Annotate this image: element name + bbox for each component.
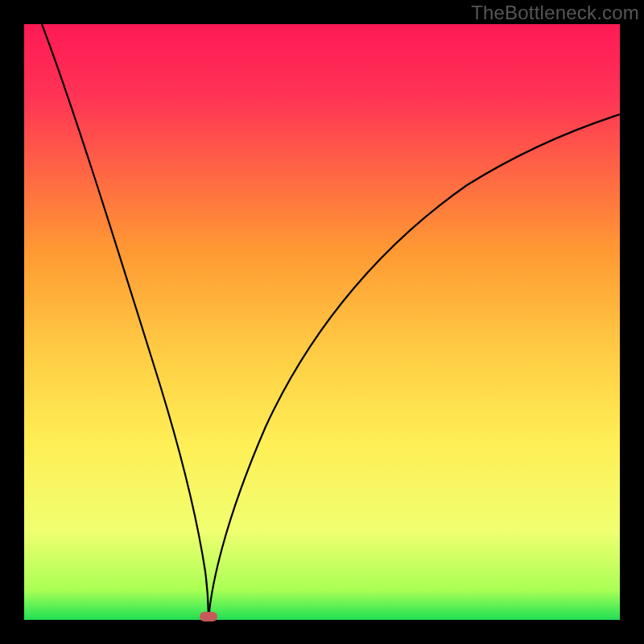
bottleneck-marker (200, 612, 217, 621)
plot-area (24, 24, 620, 620)
curve-svg (24, 24, 620, 620)
curve-right-branch (208, 114, 620, 620)
chart-frame: TheBottleneck.com (0, 0, 644, 644)
watermark-text: TheBottleneck.com (471, 2, 639, 24)
curve-left-branch (42, 24, 208, 620)
